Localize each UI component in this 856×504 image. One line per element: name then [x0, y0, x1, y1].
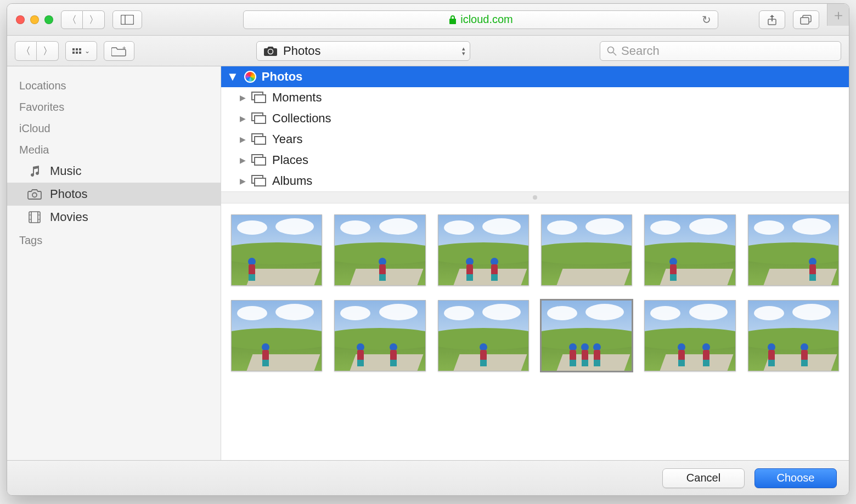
camera-icon	[263, 46, 278, 56]
sidebar: Locations Favorites iCloud Media Music P…	[7, 66, 221, 460]
lock-icon	[448, 15, 457, 25]
window-controls	[16, 15, 53, 24]
photo-thumbnail[interactable]	[334, 214, 425, 286]
tree-item-label: Moments	[272, 90, 322, 105]
chevron-left-icon: 〈	[21, 44, 31, 58]
tabs-button[interactable]	[793, 10, 819, 29]
sidebar-item-photos[interactable]: Photos	[7, 183, 221, 206]
new-folder-button[interactable]: +	[104, 41, 134, 61]
chevron-right-icon: 〉	[89, 13, 99, 26]
panel-forward-button[interactable]: 〉	[37, 41, 59, 61]
sidebar-item-label: Photos	[50, 187, 88, 201]
location-label: Photos	[283, 44, 321, 58]
disclosure-right-icon: ▶	[240, 156, 246, 165]
sidebar-toggle-button[interactable]	[112, 10, 142, 29]
photo-thumbnail[interactable]	[231, 300, 322, 371]
stack-icon	[251, 175, 267, 187]
grid-icon	[72, 48, 81, 54]
search-icon	[607, 46, 617, 56]
tree-item-moments[interactable]: ▶ Moments	[221, 87, 849, 108]
stack-icon	[251, 112, 267, 124]
search-placeholder: Search	[621, 44, 660, 58]
button-label: Choose	[777, 472, 815, 484]
sidebar-item-music[interactable]: Music	[7, 160, 221, 183]
stepper-icon: ▴▾	[462, 46, 465, 56]
back-button[interactable]: 〈	[61, 10, 83, 29]
disclosure-right-icon: ▶	[240, 177, 246, 185]
splitter[interactable]	[221, 191, 849, 203]
photo-thumbnail[interactable]	[748, 214, 839, 286]
photo-thumbnail[interactable]	[231, 214, 322, 286]
disclosure-right-icon: ▶	[240, 114, 246, 123]
disclosure-right-icon: ▶	[240, 93, 246, 102]
choose-button[interactable]: Choose	[754, 468, 837, 488]
search-field[interactable]: Search	[600, 41, 841, 61]
photos-app-icon	[244, 71, 256, 83]
tree-item-label: Collections	[272, 111, 331, 126]
view-mode-button[interactable]: ⌄	[65, 41, 97, 61]
tabs-icon	[800, 15, 812, 25]
reload-button[interactable]: ↻	[702, 13, 711, 26]
thumbnail-area	[221, 203, 849, 460]
zoom-window-button[interactable]	[44, 15, 53, 24]
svg-point-6	[268, 49, 273, 54]
tree-item-albums[interactable]: ▶ Albums	[221, 171, 849, 191]
tree-item-places[interactable]: ▶ Places	[221, 150, 849, 171]
sidebar-item-label: Music	[50, 164, 81, 178]
new-tab-button[interactable]: ＋	[827, 4, 849, 26]
sidebar-section-favorites: Favorites	[7, 95, 221, 117]
minimize-window-button[interactable]	[30, 15, 39, 24]
tree-item-label: Places	[272, 153, 308, 167]
tree-root-photos[interactable]: ▼ Photos	[221, 66, 849, 87]
url-text: icloud.com	[460, 13, 513, 26]
sidebar-section-media: Media	[7, 138, 221, 160]
close-window-button[interactable]	[16, 15, 25, 24]
thumbnail-grid	[231, 214, 839, 371]
tree-item-collections[interactable]: ▶ Collections	[221, 108, 849, 129]
sidebar-item-label: Movies	[50, 210, 88, 224]
svg-point-9	[32, 193, 37, 197]
music-icon	[27, 165, 42, 178]
tree-item-years[interactable]: ▶ Years	[221, 129, 849, 150]
photo-thumbnail-selected[interactable]	[541, 300, 632, 371]
sidebar-section-tags: Tags	[7, 229, 221, 250]
sidebar-section-icloud: iCloud	[7, 117, 221, 138]
photo-thumbnail[interactable]	[644, 214, 735, 286]
open-panel-body: Locations Favorites iCloud Media Music P…	[7, 66, 849, 460]
sidebar-section-locations: Locations	[7, 74, 221, 95]
svg-point-7	[608, 47, 614, 53]
photo-thumbnail[interactable]	[438, 300, 529, 371]
grip-icon	[533, 195, 537, 200]
nav-buttons: 〈 〉	[61, 10, 105, 29]
main-pane: ▼ Photos ▶ Moments ▶ Collections ▶	[221, 66, 849, 460]
photo-thumbnail[interactable]	[541, 214, 632, 286]
tree-root-label: Photos	[262, 70, 303, 84]
photo-thumbnail[interactable]	[334, 300, 425, 371]
panel-back-button[interactable]: 〈	[15, 41, 37, 61]
share-icon	[767, 14, 777, 25]
cancel-button[interactable]: Cancel	[662, 468, 745, 488]
tree-item-label: Years	[272, 132, 302, 146]
source-tree: ▼ Photos ▶ Moments ▶ Collections ▶	[221, 66, 849, 191]
camera-icon	[27, 188, 42, 201]
svg-rect-4	[801, 18, 809, 24]
photo-thumbnail[interactable]	[748, 300, 839, 371]
chevron-right-icon: 〉	[43, 44, 53, 58]
sidebar-item-movies[interactable]: Movies	[7, 206, 221, 229]
disclosure-right-icon: ▶	[240, 135, 246, 144]
location-popup[interactable]: Photos ▴▾	[256, 41, 470, 61]
tree-item-label: Albums	[272, 174, 312, 188]
stack-icon	[251, 133, 267, 145]
film-icon	[27, 211, 42, 224]
share-button[interactable]	[759, 10, 785, 29]
forward-button[interactable]: 〉	[83, 10, 105, 29]
new-folder-icon: +	[111, 46, 127, 56]
button-label: Cancel	[686, 472, 720, 484]
photo-thumbnail[interactable]	[438, 214, 529, 286]
chevron-left-icon: 〈	[67, 13, 77, 26]
svg-rect-10	[29, 212, 40, 223]
open-panel-toolbar: 〈 〉 ⌄ + Photos ▴▾ Search	[7, 36, 849, 66]
photo-thumbnail[interactable]	[644, 300, 735, 371]
address-bar[interactable]: icloud.com ↻	[243, 10, 718, 29]
chevron-down-icon: ⌄	[85, 47, 90, 55]
